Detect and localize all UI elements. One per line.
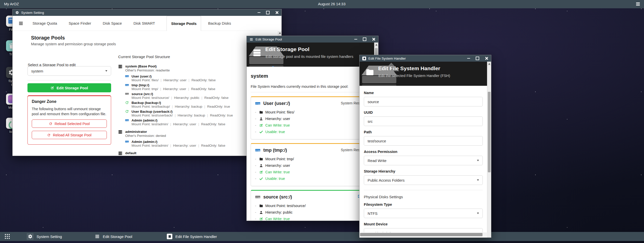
document-icon: [362, 57, 366, 60]
refresh-icon: [125, 109, 129, 113]
check-icon: [259, 130, 263, 134]
pool-system: system (Base Pool) Other's Permission: r…: [118, 64, 254, 126]
hdd-icon: [125, 83, 129, 87]
user-icon: [259, 211, 263, 214]
can-write-item: Can Write: true: [255, 169, 368, 175]
edit-fsh-banner: Edit File System Handler Edit the select…: [360, 62, 487, 86]
edit-storage-pool-content: system File System Handlers currently mo…: [247, 67, 374, 221]
mount-device-field[interactable]: [364, 228, 483, 232]
mount-point-item: Mount Point: test/source/: [255, 202, 368, 209]
pool-name: administrator: [125, 130, 166, 134]
taskbar-item-system-setting[interactable]: System Setting: [27, 232, 62, 241]
reload-all-storage-pool-button[interactable]: Reload All Storage Pool: [32, 131, 107, 139]
close-button[interactable]: [485, 57, 488, 60]
aroz-brand[interactable]: My ArOZ: [4, 2, 19, 6]
hdd-icon: [125, 74, 129, 78]
reload-selected-pool-button[interactable]: Reload Selected Pool: [32, 119, 107, 128]
menu-icon[interactable]: [18, 21, 23, 26]
refresh-icon: [125, 101, 129, 105]
banner-title: Edit Storage Pool: [265, 46, 309, 52]
path-field[interactable]: [364, 136, 483, 146]
storage-hierarchy-select[interactable]: Public Access Folders: [364, 175, 483, 185]
mount-point-item: Mount Point: files/: [255, 109, 368, 115]
name-label: Name: [364, 91, 483, 95]
minimize-button[interactable]: [354, 39, 357, 39]
system-setting-titlebar[interactable]: System Setting: [13, 9, 281, 16]
apps-grid-icon: [4, 233, 11, 240]
folder-icon: [366, 68, 374, 77]
tab-storage-pools[interactable]: Storage Pools: [167, 16, 201, 31]
gear-icon: [15, 11, 19, 14]
scroll-up-arrow[interactable]: [487, 62, 491, 66]
access-permission-select[interactable]: Read Write: [364, 156, 483, 165]
scroll-up-arrow[interactable]: [278, 31, 281, 35]
edit-storage-pool-titlebar[interactable]: Edit Storage Pool: [247, 36, 378, 43]
document-icon: [167, 234, 172, 239]
check-icon: [259, 177, 263, 181]
scrollbar-thumb[interactable]: [488, 92, 491, 172]
structure-title: Current Storage Pool Structure: [118, 55, 254, 59]
physical-disks-section-label: Physical Disks Settings: [364, 195, 483, 199]
tab-disk-space[interactable]: Disk Space: [103, 16, 122, 31]
banner-subtitle: Edit storage pool and its mounted file s…: [266, 55, 353, 59]
server-icon: [118, 151, 122, 155]
chevron-down-icon: [105, 70, 107, 72]
user-icon: [259, 164, 263, 168]
server-icon: [253, 49, 261, 57]
chevron-down-icon: [477, 213, 479, 214]
pool-administrator: administrator Other's Permission: denied…: [118, 130, 254, 147]
fsh-entry: tmp (tmp:/) Mount Point: tmp/Hierarchy: …: [125, 83, 254, 91]
minimize-button[interactable]: [467, 58, 470, 59]
edit-icon: [259, 170, 263, 174]
settings-tab-bar: Storage Quota Space Finder Disk Space Di…: [13, 16, 278, 31]
edit-fsh-titlebar[interactable]: Edit File System Handler: [360, 55, 491, 62]
minimize-button[interactable]: [257, 12, 261, 13]
fsh-entry: User Backup (userback:/) Mount Point: te…: [125, 109, 254, 117]
scrollbar-thumb[interactable]: [360, 233, 482, 236]
filesystem-type-select[interactable]: NTFS: [364, 209, 483, 218]
page-subtitle: Manage system and permission group stora…: [31, 42, 116, 46]
hamburger-menu-icon[interactable]: [635, 2, 640, 7]
filesystem-type-label: Filesystem Type: [364, 202, 483, 207]
storage-pool-structure: Current Storage Pool Structure system (B…: [118, 55, 254, 156]
maximize-button[interactable]: [266, 11, 270, 14]
can-write-item: Can Write: true: [255, 216, 368, 221]
edit-fsh-horizontal-scrollbar[interactable]: [360, 232, 487, 237]
close-button[interactable]: [372, 37, 375, 41]
danger-zone-title: Danger Zone: [32, 99, 107, 104]
tab-space-finder[interactable]: Space Finder: [69, 16, 91, 31]
list-icon: [95, 234, 100, 239]
taskbar-item-edit-fsh[interactable]: Edit File System Handler: [167, 232, 217, 241]
tab-disk-smart[interactable]: Disk SMART: [134, 16, 155, 31]
clock: August 26 14:33: [318, 2, 345, 6]
maximize-button[interactable]: [476, 57, 479, 60]
app-launcher-button[interactable]: [4, 232, 11, 241]
folder-icon: [259, 157, 263, 161]
server-icon: [118, 130, 122, 134]
maximize-button[interactable]: [363, 37, 366, 41]
hdd-icon: [255, 194, 261, 200]
edit-fsh-scrollbar[interactable]: [487, 62, 491, 232]
hdd-icon: [255, 147, 261, 153]
name-field[interactable]: [364, 97, 483, 106]
mount-point-item: Mount Point: tmp/: [255, 156, 368, 162]
top-bar: My ArOZ August 26 14:33: [0, 0, 644, 8]
edit-storage-pool-button[interactable]: Edit Storage Pool: [27, 83, 111, 92]
refresh-icon: [47, 133, 51, 137]
desktop: File Tra Syst t Man Io1 System Setting S…: [0, 0, 644, 243]
mounted-handlers-label: File System Handlers currently mounted i…: [251, 85, 372, 89]
fsh-card-source: source (src:/) Mount Point: test/source/…: [251, 190, 372, 221]
storage-pool-select[interactable]: system: [27, 66, 111, 76]
uuid-field[interactable]: [364, 116, 483, 126]
danger-zone-description: The following buttons will unmount stora…: [32, 106, 107, 116]
taskbar-item-edit-storage-pool[interactable]: Edit Storage Pool: [95, 232, 132, 241]
tab-backup-disks[interactable]: Backup Disks: [208, 16, 231, 31]
storage-hierarchy-label: Storage Hierarchy: [364, 169, 483, 173]
fsh-entry: Backup (backup:/) Mount Point: test/back…: [125, 101, 254, 108]
tab-storage-quota[interactable]: Storage Quota: [33, 16, 57, 31]
taskbar: System Setting Edit Storage Pool Edit Fi…: [0, 232, 644, 241]
pool-name-heading: system: [251, 73, 372, 79]
path-label: Path: [364, 130, 483, 134]
scroll-up-arrow[interactable]: [374, 43, 378, 47]
close-button[interactable]: [275, 11, 279, 14]
